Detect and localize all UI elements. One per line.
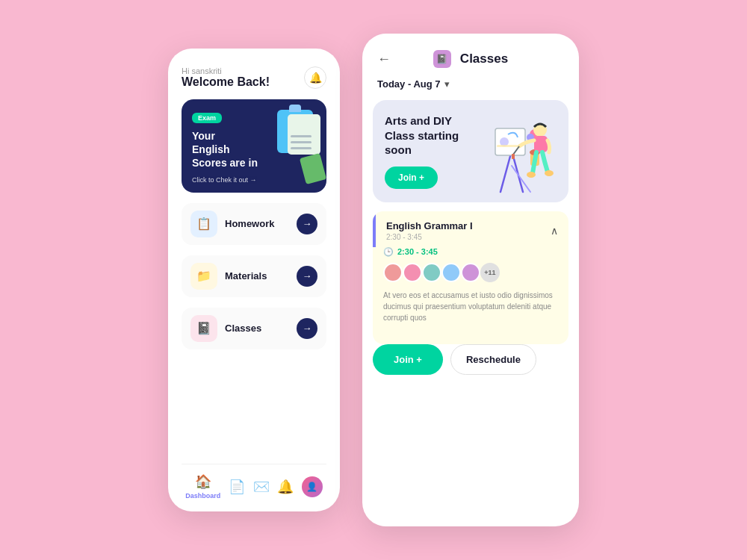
dashboard-icon: 🏠 bbox=[195, 473, 211, 490]
svg-point-15 bbox=[545, 170, 554, 176]
tasks-icon: 📄 bbox=[229, 479, 245, 495]
dashboard-label: Dashboard bbox=[185, 492, 220, 500]
time-value: 2:30 - 3:45 bbox=[397, 247, 438, 256]
greeting-main: Welcome Back! bbox=[182, 75, 270, 89]
svg-rect-13 bbox=[534, 136, 548, 152]
materials-item[interactable]: 📁 Materials → bbox=[182, 255, 326, 297]
greeting-sub: Hi sanskriti bbox=[182, 66, 270, 75]
detail-time: 🕒 2:30 - 3:45 bbox=[383, 247, 558, 257]
avatar-5 bbox=[461, 263, 480, 282]
avatar[interactable]: 👤 bbox=[302, 476, 323, 497]
line1 bbox=[291, 135, 311, 137]
plus-badge: +11 bbox=[480, 263, 500, 282]
arts-svg bbox=[489, 113, 557, 196]
grammar-title: English Grammar I bbox=[386, 220, 473, 231]
paper-illustration bbox=[288, 114, 320, 155]
greeting-block: Hi sanskriti Welcome Back! bbox=[182, 66, 270, 89]
classes-item[interactable]: 📓 Classes → bbox=[182, 308, 326, 349]
avatars-row: +11 bbox=[383, 263, 558, 282]
svg-rect-17 bbox=[512, 154, 515, 159]
grammar-time-header: 2:30 - 3:45 bbox=[386, 233, 473, 241]
bottom-nav: 🏠 Dashboard 📄 ✉️ 🔔 👤 bbox=[182, 464, 326, 511]
classes-arrow[interactable]: → bbox=[297, 318, 317, 339]
right-phone: ← 📓 Classes Today - Aug 7 ▾ Arts and DIY… bbox=[362, 34, 579, 526]
left-phone: Hi sanskriti Welcome Back! 🔔 Exam YourEn… bbox=[168, 49, 340, 511]
nav-dashboard[interactable]: 🏠 Dashboard bbox=[185, 473, 220, 500]
nav-notifications[interactable]: 🔔 bbox=[277, 479, 294, 495]
materials-icon: 📁 bbox=[196, 269, 211, 283]
back-button[interactable]: ← bbox=[377, 52, 391, 67]
materials-left: 📁 Materials bbox=[190, 263, 267, 290]
homework-icon: 📋 bbox=[196, 217, 211, 231]
svg-rect-5 bbox=[497, 145, 518, 147]
avatar-4 bbox=[441, 263, 461, 282]
arts-join-button[interactable]: Join + bbox=[385, 167, 438, 189]
avatar-1 bbox=[383, 263, 403, 282]
materials-label: Materials bbox=[225, 270, 267, 281]
grammar-header[interactable]: English Grammar I 2:30 - 3:45 ∧ bbox=[373, 211, 568, 247]
homework-icon-wrap: 📋 bbox=[190, 211, 217, 237]
grammar-detail: 🕒 2:30 - 3:45 +11 At vero eos et accusam… bbox=[373, 247, 568, 344]
right-header: ← 📓 Classes bbox=[362, 34, 579, 78]
homework-left: 📋 Homework bbox=[190, 211, 274, 237]
homework-item[interactable]: 📋 Homework → bbox=[182, 203, 326, 245]
line3 bbox=[291, 147, 311, 149]
grammar-section: English Grammar I 2:30 - 3:45 ∧ 🕒 2:30 -… bbox=[373, 211, 568, 344]
title-row: 📓 Classes bbox=[433, 50, 508, 68]
materials-icon-wrap: 📁 bbox=[190, 263, 217, 290]
homework-arrow[interactable]: → bbox=[297, 214, 317, 234]
classes-left: 📓 Classes bbox=[190, 315, 261, 342]
grammar-header-left: English Grammar I 2:30 - 3:45 bbox=[386, 220, 473, 241]
action-row: Join + Reschedule bbox=[362, 344, 579, 388]
date-label: Today - Aug 7 bbox=[377, 78, 441, 90]
line2 bbox=[291, 141, 311, 143]
arts-illustration bbox=[489, 113, 557, 188]
left-header: Hi sanskriti Welcome Back! 🔔 bbox=[182, 66, 326, 89]
classes-label: Classes bbox=[225, 323, 261, 334]
bell-icon[interactable]: 🔔 bbox=[304, 66, 326, 89]
clock-icon: 🕒 bbox=[383, 247, 394, 257]
nav-tasks[interactable]: 📄 bbox=[229, 479, 245, 495]
classes-page-emoji: 📓 bbox=[436, 54, 447, 64]
notifications-icon: 🔔 bbox=[277, 479, 294, 495]
grammar-description: At vero eos et accusamus et iusto odio d… bbox=[383, 290, 558, 323]
lines-decoration bbox=[291, 135, 311, 149]
classes-icon-wrap: 📓 bbox=[190, 315, 217, 342]
nav-messages[interactable]: ✉️ bbox=[253, 479, 270, 495]
messages-icon: ✉️ bbox=[253, 479, 270, 495]
exam-banner[interactable]: Exam YourEnglishScores are in Click to C… bbox=[182, 99, 326, 193]
homework-label: Homework bbox=[225, 218, 274, 229]
svg-point-14 bbox=[527, 172, 536, 178]
join-button[interactable]: Join + bbox=[373, 344, 443, 375]
classes-page-icon: 📓 bbox=[433, 50, 451, 68]
banner-link[interactable]: Click to Chek it out → bbox=[192, 176, 316, 184]
avatar-3 bbox=[422, 263, 441, 282]
materials-arrow[interactable]: → bbox=[297, 266, 317, 287]
date-selector[interactable]: Today - Aug 7 ▾ bbox=[362, 78, 579, 100]
chevron-up-icon[interactable]: ∧ bbox=[551, 225, 558, 237]
chevron-down-icon: ▾ bbox=[444, 78, 450, 90]
arts-title: Arts and DIYClass startingsoon bbox=[385, 113, 482, 158]
arts-content: Arts and DIYClass startingsoon Join + bbox=[385, 113, 482, 189]
svg-line-0 bbox=[500, 151, 512, 192]
reschedule-button[interactable]: Reschedule bbox=[450, 344, 536, 375]
arts-card: Arts and DIYClass startingsoon Join + bbox=[373, 100, 568, 202]
page-title: Classes bbox=[460, 52, 508, 66]
classes-icon: 📓 bbox=[196, 321, 211, 335]
exam-badge: Exam bbox=[192, 113, 222, 123]
avatar-2 bbox=[403, 263, 422, 282]
